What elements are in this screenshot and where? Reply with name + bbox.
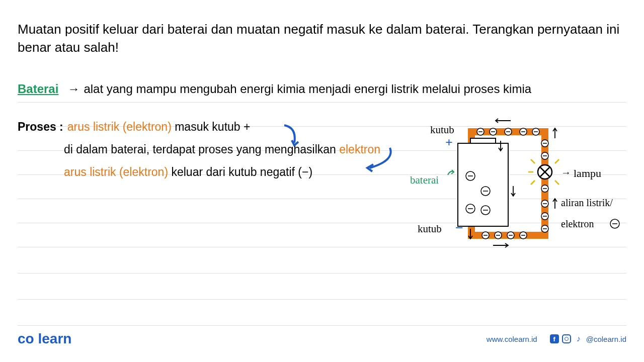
svg-line-51 (555, 159, 559, 163)
svg-rect-36 (470, 138, 496, 143)
elektron-label: elektron (561, 218, 594, 229)
svg-line-52 (555, 180, 559, 185)
definition-text: alat yang mampu mengubah energi kimia me… (84, 82, 531, 96)
curved-arrow-1 (279, 123, 304, 150)
svg-text:→: → (561, 167, 571, 178)
website-url: www.colearn.id (487, 335, 537, 343)
tiktok-icon: ♪ (574, 334, 583, 343)
question-text: Muatan positif keluar dari baterai dan m… (18, 20, 626, 57)
svg-line-48 (531, 159, 535, 163)
circuit-diagram: kutub + baterai kutub − → lampu aliran l… (408, 116, 629, 256)
logo: co learn (18, 331, 71, 347)
facebook-icon: f (550, 334, 559, 343)
lampu-label: lampu (574, 167, 601, 179)
logo-co: co (18, 331, 34, 346)
proses-line1-orange: arus listrik (elektron) (67, 120, 172, 134)
proses-line3-orange: arus listrik (elektron) (64, 165, 168, 179)
proses-line3-black: keluar dari kutub negatif (−) (171, 165, 312, 179)
aliran-label: aliran listrik/ (561, 197, 613, 208)
plus-sign: + (445, 135, 453, 150)
kutub-minus-label: kutub (418, 223, 442, 235)
logo-learn: learn (38, 331, 71, 346)
svg-line-50 (531, 180, 535, 185)
footer: co learn www.colearn.id f ♪ @colearn.id (0, 331, 644, 347)
arrow-icon: → (67, 82, 79, 96)
kutub-plus-label: kutub (430, 124, 454, 136)
definition-line: Baterai → alat yang mampu mengubah energ… (18, 82, 626, 96)
instagram-icon (562, 334, 571, 343)
baterai-label: baterai (410, 174, 439, 186)
social-icons: f ♪ @colearn.id (550, 334, 626, 343)
minus-sign: − (455, 220, 463, 235)
proses-label: Proses : (18, 120, 63, 134)
social-handle: @colearn.id (586, 335, 626, 343)
proses-line1-black: masuk kutub + (175, 120, 250, 134)
term-baterai: Baterai (18, 82, 58, 96)
curved-arrow-2 (362, 145, 397, 175)
